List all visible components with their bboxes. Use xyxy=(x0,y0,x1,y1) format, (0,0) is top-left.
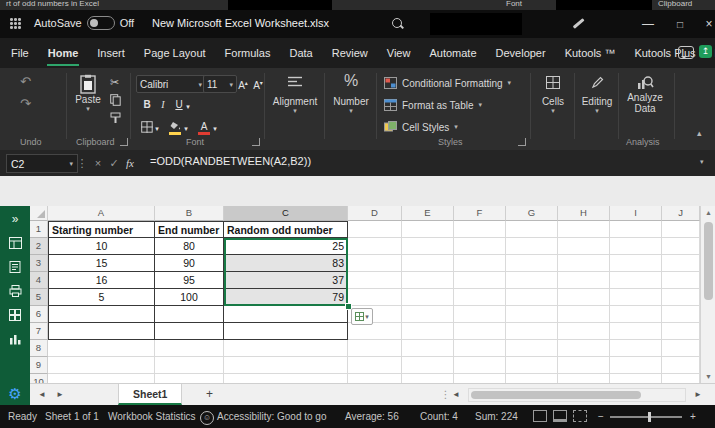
cell-A4[interactable]: 16 xyxy=(48,272,155,289)
cell-H8[interactable] xyxy=(558,340,610,357)
vertical-scrollbar[interactable]: ▲ ▼ xyxy=(700,206,715,383)
cell-B9[interactable] xyxy=(155,357,224,374)
nav-workbook-icon[interactable] xyxy=(0,232,30,254)
cell-B2[interactable]: 80 xyxy=(155,238,224,255)
column-header-F[interactable]: F xyxy=(454,206,506,221)
app-launcher-icon[interactable] xyxy=(10,18,22,30)
nav-grid-icon[interactable] xyxy=(0,304,30,326)
search-icon[interactable] xyxy=(392,18,404,30)
borders-dropdown-icon[interactable]: ▾ xyxy=(153,121,161,137)
tab-data[interactable]: Data xyxy=(288,38,313,68)
cell-F10[interactable] xyxy=(454,374,506,383)
cut-icon[interactable]: ✂ xyxy=(110,76,119,89)
italic-button[interactable]: I xyxy=(156,97,170,113)
cell-C7[interactable] xyxy=(224,323,348,340)
page-break-preview-icon[interactable] xyxy=(573,410,587,422)
font-size-combo[interactable]: 11▾ xyxy=(203,75,237,93)
row-header-10[interactable]: 10 xyxy=(30,374,48,383)
horizontal-scrollbar[interactable]: ◄ ► xyxy=(452,386,702,403)
cell-D9[interactable] xyxy=(348,357,402,374)
cell-J4[interactable] xyxy=(662,272,700,289)
paste-button[interactable]: Paste ▾ xyxy=(72,74,104,113)
tab-file[interactable]: File xyxy=(10,38,30,68)
cell-F9[interactable] xyxy=(454,357,506,374)
new-sheet-icon[interactable]: + xyxy=(206,387,213,401)
expand-formula-bar-icon[interactable]: ▾ xyxy=(700,158,704,166)
row-header-5[interactable]: 5 xyxy=(30,289,48,306)
cell-F4[interactable] xyxy=(454,272,506,289)
scroll-down-icon[interactable]: ▼ xyxy=(701,373,715,380)
cell-J10[interactable] xyxy=(662,374,700,383)
undo-icon[interactable]: ↶ xyxy=(20,74,31,89)
scroll-up-icon[interactable]: ▲ xyxy=(701,209,715,216)
font-color-dropdown-icon[interactable]: ▾ xyxy=(211,121,219,137)
tab-home[interactable]: Home xyxy=(47,38,80,68)
sheet-nav-right-icon[interactable]: ► xyxy=(56,390,64,399)
tab-review[interactable]: Review xyxy=(331,38,369,68)
cancel-formula-icon[interactable]: × xyxy=(90,154,106,172)
cell-A9[interactable] xyxy=(48,357,155,374)
cell-E3[interactable] xyxy=(402,255,454,272)
cell-F3[interactable] xyxy=(454,255,506,272)
cell-A10[interactable] xyxy=(48,374,155,383)
cell-D7[interactable] xyxy=(348,323,402,340)
cell-H9[interactable] xyxy=(558,357,610,374)
cell-G10[interactable] xyxy=(506,374,558,383)
cell-G2[interactable] xyxy=(506,238,558,255)
cell-E6[interactable] xyxy=(402,306,454,323)
vertical-scroll-thumb[interactable] xyxy=(704,222,713,300)
cell-J7[interactable] xyxy=(662,323,700,340)
scroll-right-icon[interactable]: ► xyxy=(694,390,702,399)
editing-group-button[interactable]: Editing ▾ xyxy=(577,76,617,115)
cell-J6[interactable] xyxy=(662,306,700,323)
nav-columns-icon[interactable] xyxy=(0,328,30,350)
row-header-1[interactable]: 1 xyxy=(30,221,48,238)
maximize-button[interactable]: □ xyxy=(665,10,695,38)
cell-F2[interactable] xyxy=(454,238,506,255)
cell-H10[interactable] xyxy=(558,374,610,383)
fill-color-icon[interactable] xyxy=(168,119,182,135)
column-header-J[interactable]: J xyxy=(662,206,700,221)
cell-B3[interactable]: 90 xyxy=(155,255,224,272)
cell-I9[interactable] xyxy=(610,357,662,374)
cell-H4[interactable] xyxy=(558,272,610,289)
cell-H3[interactable] xyxy=(558,255,610,272)
cell-I4[interactable] xyxy=(610,272,662,289)
column-header-C[interactable]: C xyxy=(224,206,348,221)
cell-D1[interactable] xyxy=(348,221,402,238)
cell-B8[interactable] xyxy=(155,340,224,357)
cell-G9[interactable] xyxy=(506,357,558,374)
cell-H7[interactable] xyxy=(558,323,610,340)
minimize-button[interactable]: — xyxy=(633,10,663,38)
comments-icon[interactable] xyxy=(678,46,694,59)
column-header-I[interactable]: I xyxy=(610,206,662,221)
cell-C4[interactable]: 37 xyxy=(224,272,348,289)
cell-I6[interactable] xyxy=(610,306,662,323)
cell-D4[interactable] xyxy=(348,272,402,289)
row-header-3[interactable]: 3 xyxy=(30,255,48,272)
tab-automate[interactable]: Automate xyxy=(428,38,477,68)
insert-function-icon[interactable]: fx xyxy=(122,154,138,172)
document-title[interactable]: New Microsoft Excel Worksheet.xlsx xyxy=(152,17,329,29)
cell-D10[interactable] xyxy=(348,374,402,383)
autosave-toggle[interactable] xyxy=(87,16,115,30)
cell-A6[interactable] xyxy=(48,306,155,323)
cell-F5[interactable] xyxy=(454,289,506,306)
cell-I8[interactable] xyxy=(610,340,662,357)
close-button[interactable]: × xyxy=(694,10,715,38)
conditional-formatting-button[interactable]: Conditional Formatting ▾ xyxy=(384,74,511,92)
cell-C5[interactable]: 79 xyxy=(224,289,348,306)
cell-F6[interactable] xyxy=(454,306,506,323)
workbook-statistics-button[interactable]: Workbook Statistics xyxy=(108,405,196,428)
cell-D3[interactable] xyxy=(348,255,402,272)
cell-D2[interactable] xyxy=(348,238,402,255)
underline-dropdown-icon[interactable]: ▾ xyxy=(184,99,192,115)
cell-B10[interactable] xyxy=(155,374,224,383)
cell-E9[interactable] xyxy=(402,357,454,374)
row-header-7[interactable]: 7 xyxy=(30,323,48,340)
cell-D8[interactable] xyxy=(348,340,402,357)
clipboard-dialog-launcher[interactable] xyxy=(120,138,128,146)
name-box[interactable]: C2 ▾ xyxy=(6,154,78,173)
nav-notes-icon[interactable] xyxy=(0,256,30,278)
collapse-ribbon-icon[interactable]: ▴ xyxy=(697,128,702,138)
